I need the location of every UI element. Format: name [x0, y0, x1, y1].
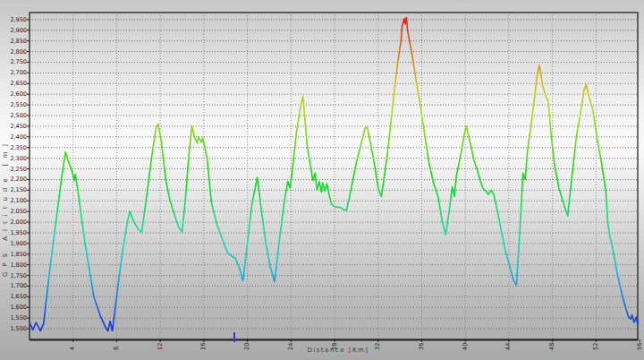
x-tick-label: 20 [244, 343, 250, 350]
y-tick-label: 2,700 [0, 69, 27, 76]
x-tick-label: 12 [157, 343, 164, 350]
plot-frame [30, 13, 638, 339]
y-tick-label: 1,500 [0, 325, 27, 332]
x-tick-label: 36 [419, 343, 425, 350]
x-tick-label: 44 [505, 343, 512, 350]
x-tick-label: 48 [549, 343, 555, 350]
y-tick-label: 2,550 [0, 101, 27, 108]
y-tick-label: 2,650 [0, 80, 27, 87]
elevation-profile-line [30, 18, 638, 331]
x-tick-label: 16 [200, 343, 207, 350]
y-tick-label: 1,600 [0, 304, 27, 311]
x-tick-label: 56 [637, 343, 643, 350]
y-tick-label: 2,950 [0, 16, 27, 23]
y-axis-title: GPS Altitude [m] [2, 128, 9, 287]
x-tick-label: 40 [462, 343, 469, 350]
x-tick-label: 52 [593, 343, 599, 350]
y-tick-label: 1,550 [0, 314, 27, 321]
x-axis-title: Distance [Km] [275, 347, 401, 354]
x-tick-label: 8 [114, 347, 120, 350]
x-tick-label: 4 [70, 347, 76, 350]
y-tick-label: 2,800 [0, 48, 27, 56]
y-tick-label: 1,650 [0, 293, 27, 300]
y-tick-label: 2,850 [0, 38, 27, 45]
y-tick-label: 2,900 [0, 27, 27, 34]
elevation-chart[interactable] [0, 0, 644, 360]
y-tick-label: 2,600 [0, 90, 27, 98]
elevation-profile-window: 1,5001,5501,6001,6501,7001,7501,8001,850… [0, 0, 644, 360]
y-tick-label: 2,500 [0, 112, 27, 119]
y-tick-label: 2,750 [0, 58, 27, 65]
